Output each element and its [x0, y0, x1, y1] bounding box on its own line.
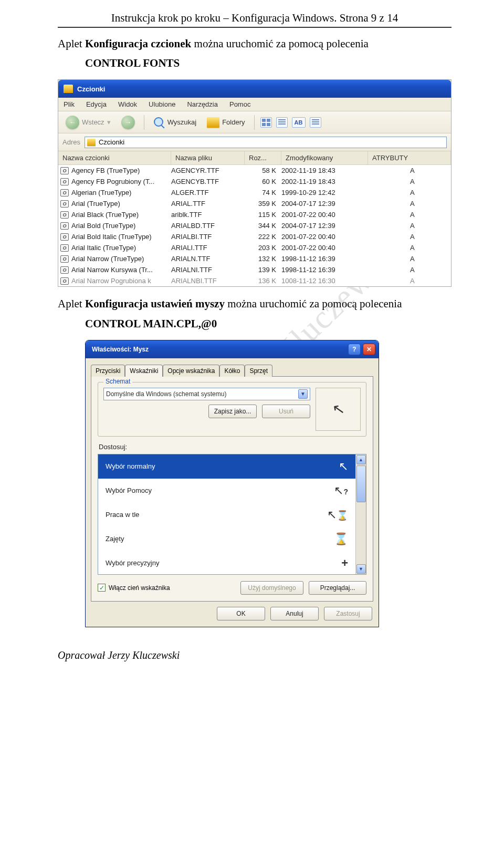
- menu-pomoc[interactable]: Pomoc: [229, 100, 250, 108]
- tab-przyciski[interactable]: Przyciski: [91, 365, 125, 377]
- folders-icon: [207, 117, 219, 128]
- table-row[interactable]: OArial Narrow (TrueType)ARIALN.TTF132 K1…: [58, 253, 451, 264]
- busy-bg-cursor-icon: ↖⌛: [327, 508, 348, 522]
- table-row[interactable]: OAgency FB (TrueType)AGENCYR.TTF58 K2002…: [58, 165, 451, 176]
- font-file: ALGER.TTF: [171, 189, 245, 196]
- fonts-window-toolbar: ← Wstecz ▾ → Wyszukaj Foldery AB: [58, 111, 451, 133]
- table-row[interactable]: OArial (TrueType)ARIAL.TTF359 K2004-07-1…: [58, 198, 451, 209]
- scrollbar-thumb[interactable]: [356, 465, 366, 502]
- crosshair-cursor-icon: +: [341, 556, 348, 570]
- search-label: Wyszukaj: [167, 118, 197, 126]
- forward-button[interactable]: →: [118, 114, 138, 131]
- col-name[interactable]: Nazwa czcionki: [58, 151, 171, 164]
- col-size[interactable]: Roz...: [245, 151, 281, 164]
- font-file-icon: O: [60, 200, 69, 208]
- font-file-icon: O: [60, 178, 69, 185]
- scroll-up-icon[interactable]: ▲: [356, 455, 366, 464]
- table-row[interactable]: OAgency FB Pogrubiony (T...AGENCYB.TTF60…: [58, 176, 451, 187]
- apply-button[interactable]: Zastosuj: [324, 607, 372, 620]
- scroll-down-icon[interactable]: ▼: [356, 564, 366, 574]
- browse-button[interactable]: Przeglądaj...: [309, 581, 366, 595]
- font-size: 359 K: [245, 200, 281, 208]
- list-item[interactable]: Wybór normalny↖: [98, 454, 355, 479]
- cursor-listbox[interactable]: Wybór normalny↖Wybór Pomocy↖?Praca w tle…: [98, 454, 366, 575]
- list-item-label: Wybór precyzyjny: [106, 559, 159, 567]
- view-list-icon[interactable]: [276, 117, 288, 128]
- fonts-window-titlebar[interactable]: Czcionki: [58, 80, 451, 98]
- table-row[interactable]: OArial Black (TrueType)ariblk.TTF115 K20…: [58, 209, 451, 220]
- font-file-icon: O: [60, 244, 69, 252]
- list-item[interactable]: Wybór precyzyjny+: [98, 551, 355, 575]
- font-file: ARIALN.TTF: [171, 255, 245, 263]
- scheme-label: Schemat: [103, 378, 132, 385]
- help-cursor-icon: ↖?: [334, 484, 348, 498]
- view-details-icon[interactable]: [310, 117, 321, 128]
- font-size: 115 K: [245, 211, 281, 219]
- scheme-combobox[interactable]: Domyślne dla Windows (schemat systemu) ▼: [103, 388, 310, 400]
- font-modified: 2004-07-17 12:39: [281, 222, 368, 230]
- font-file: AGENCYR.TTF: [171, 167, 245, 174]
- search-button[interactable]: Wyszukaj: [150, 114, 200, 131]
- page-header: Instrukcja krok po kroku – Konfiguracja …: [58, 12, 452, 25]
- close-icon: ✕: [366, 346, 372, 353]
- view-large-icons-icon[interactable]: [260, 117, 272, 128]
- address-input[interactable]: Czcionki: [85, 137, 447, 148]
- font-file-icon: O: [60, 233, 69, 241]
- delete-button[interactable]: Usuń: [262, 405, 310, 418]
- table-row[interactable]: OArial Bold Italic (TrueType)ARIALBI.TTF…: [58, 231, 451, 242]
- back-button[interactable]: ← Wstecz ▾: [62, 114, 114, 131]
- font-file-icon: O: [60, 255, 69, 263]
- font-modified: 1008-11-12 16:30: [281, 277, 368, 285]
- command-fonts: CONTROL FONTS: [85, 57, 452, 70]
- folders-button[interactable]: Foldery: [204, 114, 248, 131]
- col-file[interactable]: Nazwa pliku: [171, 151, 245, 164]
- tab-wskazniki[interactable]: Wskaźniki: [125, 365, 163, 377]
- table-row[interactable]: OArial Bold (TrueType)ARIALBD.TTF344 K20…: [58, 220, 451, 231]
- table-row[interactable]: OAlgerian (TrueType)ALGER.TTF74 K1999-10…: [58, 187, 451, 198]
- font-attr: A: [368, 277, 451, 285]
- cancel-button[interactable]: Anuluj: [270, 607, 319, 620]
- list-item[interactable]: Wybór Pomocy↖?: [98, 479, 355, 503]
- tab-pane: Schemat Domyślne dla Windows (schemat sy…: [91, 376, 373, 602]
- menu-ulubione[interactable]: Ulubione: [149, 100, 175, 108]
- customize-label: Dostosuj:: [99, 443, 366, 451]
- font-name: Agency FB Pogrubiony (T...: [71, 178, 171, 185]
- col-attr[interactable]: ATRYBUTY: [368, 151, 451, 164]
- use-default-button[interactable]: Użyj domyślnego: [240, 581, 303, 595]
- folder-icon: [64, 85, 73, 93]
- table-row[interactable]: OArial Narrow Kursywa (Tr...ARIALNI.TTF1…: [58, 264, 451, 275]
- menu-widok[interactable]: Widok: [118, 100, 137, 108]
- shadow-checkbox[interactable]: ✓: [98, 584, 106, 592]
- menu-narzedzia[interactable]: Narzędzia: [187, 100, 218, 108]
- save-as-button[interactable]: Zapisz jako...: [208, 405, 257, 418]
- mouse-dialog-title: Właściwości: Mysz: [92, 346, 149, 353]
- font-file: AGENCYB.TTF: [171, 178, 245, 185]
- menu-plik[interactable]: Plik: [64, 100, 75, 108]
- font-size: 139 K: [245, 266, 281, 274]
- font-file-icon: O: [60, 167, 69, 174]
- font-file: ARIALI.TTF: [171, 244, 245, 252]
- mouse-dialog-titlebar[interactable]: Właściwości: Mysz ? ✕: [86, 340, 379, 358]
- font-modified: 1998-11-12 16:39: [281, 266, 368, 274]
- col-mod[interactable]: Zmodyfikowany: [281, 151, 368, 164]
- font-size: 58 K: [245, 167, 281, 174]
- view-ab-icon[interactable]: AB: [292, 117, 306, 128]
- column-headers: Nazwa czcionki Nazwa pliku Roz... Zmodyf…: [58, 151, 451, 165]
- close-button[interactable]: ✕: [363, 344, 375, 355]
- tab-kolko[interactable]: Kółko: [219, 365, 245, 377]
- ok-button[interactable]: OK: [217, 607, 265, 620]
- address-value: Czcionki: [99, 138, 124, 146]
- help-button[interactable]: ?: [348, 344, 361, 355]
- table-row[interactable]: OArial Narrow Pogrubiona kARIALNBI.TTF13…: [58, 275, 451, 286]
- font-attr: A: [368, 178, 451, 185]
- list-item-label: Wybór normalny: [106, 462, 155, 470]
- font-attr: A: [368, 233, 451, 241]
- list-item[interactable]: Zajęty⌛: [98, 527, 355, 551]
- scrollbar[interactable]: ▲ ▼: [355, 454, 366, 574]
- tab-opcje-wskaznika[interactable]: Opcje wskaźnika: [163, 365, 219, 377]
- menu-edycja[interactable]: Edycja: [86, 100, 107, 108]
- table-row[interactable]: OArial Italic (TrueType)ARIALI.TTF203 K2…: [58, 242, 451, 253]
- list-item[interactable]: Praca w tle↖⌛: [98, 503, 355, 527]
- tab-sprzet[interactable]: Sprzęt: [245, 365, 272, 377]
- font-file-icon: O: [60, 211, 69, 219]
